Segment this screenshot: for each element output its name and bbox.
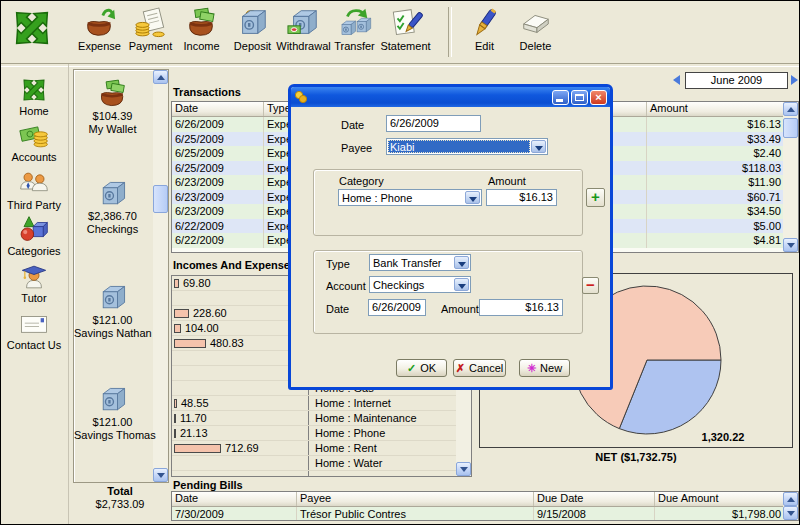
payment-icon: [134, 6, 168, 40]
column-header-due-amount[interactable]: Due Amount: [655, 492, 785, 506]
chevron-down-icon[interactable]: [465, 191, 480, 204]
sidebar-item-tutor[interactable]: Tutor: [1, 262, 67, 304]
scroll-thumb[interactable]: [783, 118, 798, 138]
month-selector[interactable]: June 2009: [685, 72, 788, 89]
toolbar-button-label: Withdrawal: [276, 40, 330, 53]
dialog-titlebar[interactable]: ×: [291, 87, 610, 107]
incomes-expenses-row[interactable]: 21.13Home : Phone: [172, 426, 471, 441]
sidebar-item-contact-us[interactable]: Contact Us: [1, 309, 67, 351]
toolbar-button-deposit[interactable]: Deposit: [227, 6, 278, 53]
incomes-expenses-row[interactable]: 48.55Home : Internet: [172, 396, 471, 411]
toolbar-edit-group: EditDelete: [459, 6, 561, 53]
column-header-date[interactable]: Date: [172, 102, 264, 116]
scroll-up-button[interactable]: [783, 492, 798, 506]
sidebar-item-label: Third Party: [7, 199, 61, 211]
chevron-down-icon[interactable]: [454, 256, 469, 269]
transactions-title: Transactions: [173, 86, 241, 98]
account-item-my-wallet[interactable]: $104.39My Wallet: [74, 78, 151, 136]
payee-combobox[interactable]: Kiabi: [386, 138, 548, 155]
payee-value: Kiabi: [388, 140, 530, 153]
incomes-expenses-row[interactable]: [172, 471, 471, 477]
toolbar-button-transfer[interactable]: Transfer: [329, 6, 380, 53]
minimize-button[interactable]: [552, 90, 569, 105]
account-item-savings-nathan[interactable]: $121.00Savings Nathan: [74, 282, 151, 340]
category-value: Home : Phone: [340, 191, 464, 204]
incomes-expenses-row[interactable]: Home : Water: [172, 456, 471, 471]
toolbar-button-withdrawal[interactable]: Withdrawal: [278, 6, 329, 53]
previous-month-arrow[interactable]: [673, 75, 680, 85]
category-cell: Home : Rent: [309, 441, 456, 455]
new-button[interactable]: ✳New: [519, 359, 570, 377]
date2-input[interactable]: 6/26/2009: [368, 299, 426, 316]
toolbar-button-label: Transfer: [334, 40, 375, 53]
sidebar-item-home[interactable]: Home: [1, 75, 67, 117]
accounts-panel: $104.39My Wallet$2,386.70Checkings$121.0…: [73, 69, 169, 483]
category-cell: Home : Water: [309, 456, 456, 470]
column-header-date[interactable]: Date: [172, 492, 297, 506]
toolbar-button-label: Payment: [129, 40, 172, 53]
toolbar-button-payment[interactable]: Payment: [125, 6, 176, 53]
sidebar-item-accounts[interactable]: Accounts: [1, 121, 67, 163]
pending-bills-table: DatePayeeDue DateDue Amount 7/30/2009Tré…: [171, 491, 799, 521]
ok-button[interactable]: ✓OK: [396, 359, 447, 377]
scroll-down-button[interactable]: [783, 506, 798, 520]
category-combobox[interactable]: Home : Phone: [338, 189, 482, 206]
amount-input[interactable]: $16.13: [486, 189, 557, 206]
transactions-scrollbar[interactable]: [783, 102, 798, 252]
scroll-down-button[interactable]: [456, 462, 471, 476]
date-input[interactable]: 6/26/2009: [386, 115, 481, 132]
scroll-thumb[interactable]: [153, 185, 168, 213]
column-header-due-date[interactable]: Due Date: [534, 492, 655, 506]
scroll-down-button[interactable]: [783, 238, 798, 252]
column-header-payee[interactable]: Payee: [297, 492, 534, 506]
toolbar-button-label: Income: [183, 40, 219, 53]
chevron-down-icon[interactable]: [454, 278, 469, 291]
toolbar-button-income[interactable]: Income: [176, 6, 227, 53]
sidebar-item-third-party[interactable]: Third Party: [1, 169, 67, 211]
amount2-input[interactable]: $16.13: [479, 299, 563, 316]
delete-icon: [519, 6, 553, 40]
chevron-down-icon[interactable]: [531, 140, 546, 153]
close-button[interactable]: ×: [590, 90, 607, 105]
cell-date: 6/25/2009: [172, 161, 264, 176]
toolbar-button-label: Edit: [475, 40, 494, 53]
toolbar-button-edit[interactable]: Edit: [459, 6, 510, 53]
cancel-button[interactable]: ✗Cancel: [453, 359, 506, 377]
remove-split-button[interactable]: −: [582, 277, 599, 294]
bar: [174, 279, 179, 288]
account-combobox[interactable]: Checkings: [369, 276, 471, 293]
bar-cell: 712.69: [172, 441, 309, 455]
maximize-button[interactable]: [571, 90, 588, 105]
total-value: $2,733.09: [73, 498, 167, 511]
type-combobox[interactable]: Bank Transfer: [369, 254, 471, 271]
incomes-expenses-row[interactable]: 712.69Home : Rent: [172, 441, 471, 456]
account-item-savings-thomas[interactable]: $121.00Savings Thomas: [74, 384, 151, 442]
incomes-expenses-row[interactable]: 11.70Home : Maintenance: [172, 411, 471, 426]
pending-bill-row[interactable]: 7/30/2009Trésor Public Contres9/15/2008$…: [172, 507, 798, 521]
accounts-icon: [19, 121, 49, 151]
scroll-up-button[interactable]: [153, 70, 168, 84]
next-month-arrow[interactable]: [791, 75, 798, 85]
toolbar-divider: [1, 63, 800, 67]
toolbar-button-delete[interactable]: Delete: [510, 6, 561, 53]
pending-bills-scrollbar[interactable]: [783, 492, 798, 520]
scroll-down-button[interactable]: [153, 468, 168, 482]
column-header-amount[interactable]: Amount: [647, 102, 785, 116]
toolbar-button-expense[interactable]: Expense: [74, 6, 125, 53]
pie-value-label: 1,320.22: [673, 431, 773, 443]
pending-bills-header: DatePayeeDue DateDue Amount: [172, 492, 798, 507]
sidebar-item-categories[interactable]: Categories: [1, 215, 67, 257]
cell-amount: $118.03: [647, 161, 785, 176]
account-item-checkings[interactable]: $2,386.70Checkings: [74, 178, 151, 236]
accounts-scrollbar[interactable]: [153, 70, 168, 482]
withdrawal-icon: [287, 6, 321, 40]
scroll-up-button[interactable]: [783, 102, 798, 116]
bar-value: 11.70: [180, 412, 207, 424]
tutor-icon: [19, 262, 49, 292]
third-party-icon: [19, 169, 49, 199]
wallet-icon: [97, 78, 129, 110]
toolbar-button-statement[interactable]: Statement: [380, 6, 431, 53]
account-name: Savings Thomas: [74, 429, 151, 442]
account-name: Checkings: [74, 223, 151, 236]
add-split-button[interactable]: +: [586, 188, 605, 207]
